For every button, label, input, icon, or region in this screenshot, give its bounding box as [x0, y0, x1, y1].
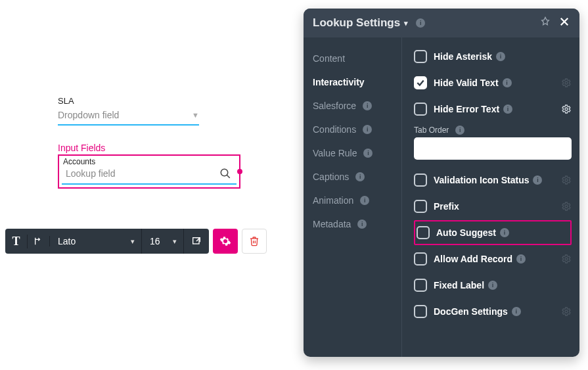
gear-icon[interactable]: [561, 78, 572, 88]
nav-salesforce[interactable]: Salesforce i: [313, 94, 401, 118]
text-style-button[interactable]: T: [5, 235, 28, 248]
prop-label: Allow Add Record: [434, 254, 512, 264]
nav-interactivity[interactable]: Interactivity: [313, 70, 401, 94]
svg-point-11: [565, 205, 568, 208]
chevron-down-icon: ▾: [173, 237, 177, 246]
info-icon[interactable]: i: [496, 52, 505, 61]
checkbox-hide-error-text[interactable]: [414, 103, 427, 116]
prop-label: Prefix: [434, 201, 459, 212]
info-icon[interactable]: i: [516, 254, 526, 264]
checkbox-prefix[interactable]: [414, 200, 427, 213]
panel-header: Lookup Settings ▾ i: [304, 9, 579, 37]
prop-validation-icon-status: Validation Icon Status i: [414, 168, 572, 193]
gear-icon[interactable]: [561, 104, 572, 114]
prop-label: Hide Error Text: [434, 104, 499, 114]
checkbox-fixed-label[interactable]: [414, 279, 427, 292]
tab-order-label: Tab Order i: [414, 126, 572, 135]
delete-button[interactable]: [242, 229, 267, 254]
nav-animation[interactable]: Animation i: [313, 189, 401, 212]
nav-label: Captions: [313, 172, 349, 182]
prop-label: DocGen Settings: [434, 306, 508, 317]
nav-label: Metadata: [313, 219, 351, 229]
checkbox-validation-icon-status[interactable]: [414, 173, 427, 187]
info-icon[interactable]: i: [416, 18, 425, 28]
svg-point-8: [565, 81, 568, 84]
svg-point-9: [565, 108, 568, 110]
close-button[interactable]: [558, 16, 570, 30]
pin-button[interactable]: [540, 16, 551, 30]
panel-nav: Content Interactivity Salesforce i Condi…: [304, 37, 402, 357]
search-icon[interactable]: [219, 168, 231, 179]
checkbox-hide-valid-text[interactable]: [414, 76, 427, 89]
info-icon: i: [363, 101, 372, 110]
align-left-icon: [34, 236, 44, 246]
settings-button[interactable]: [213, 229, 238, 254]
chevron-down-icon: ▾: [131, 237, 135, 246]
checkbox-allow-add-record[interactable]: [414, 252, 427, 266]
dropdown-placeholder: Dropdown field: [58, 110, 119, 120]
prop-hide-asterisk: Hide Asterisk i: [414, 44, 572, 69]
prop-docgen-settings: DocGen Settings i: [414, 299, 572, 324]
dropdown-field[interactable]: Dropdown field ▼: [58, 107, 199, 126]
prop-label: Validation Icon Status: [434, 175, 529, 185]
prop-label: Hide Asterisk: [434, 51, 492, 62]
caret-down-icon: ▼: [192, 111, 199, 119]
checkbox-hide-asterisk[interactable]: [414, 50, 427, 63]
gear-icon: [219, 235, 231, 247]
prop-hide-valid-text: Hide Valid Text i: [414, 70, 572, 95]
svg-point-13: [565, 310, 568, 313]
prop-label: Auto Suggest: [436, 227, 496, 238]
nav-label: Value Rule: [313, 148, 357, 158]
info-icon: i: [357, 220, 367, 229]
tab-order-input[interactable]: [414, 137, 572, 160]
lookup-settings-panel: Lookup Settings ▾ i Content Interactivit…: [304, 9, 579, 357]
checkbox-auto-suggest[interactable]: [417, 226, 430, 239]
lookup-placeholder: Lookup field: [66, 168, 116, 179]
gear-icon[interactable]: [561, 254, 572, 264]
lookup-field-block[interactable]: Accounts Lookup field: [58, 154, 240, 189]
info-icon[interactable]: i: [500, 228, 509, 237]
prop-prefix: Prefix: [414, 194, 572, 219]
info-icon[interactable]: i: [503, 104, 512, 114]
font-family-select[interactable]: Lato ▾: [50, 229, 142, 254]
info-icon: i: [363, 149, 373, 158]
gear-icon[interactable]: [561, 175, 572, 185]
nav-value-rule[interactable]: Value Rule i: [313, 141, 401, 165]
info-icon[interactable]: i: [455, 126, 464, 135]
trash-icon: [249, 236, 260, 246]
nav-content[interactable]: Content: [313, 47, 401, 70]
open-external-button[interactable]: [184, 236, 209, 246]
svg-point-10: [565, 179, 568, 181]
input-fields-header: Input Fields: [58, 143, 242, 153]
svg-point-0: [221, 169, 228, 176]
nav-label: Animation: [313, 195, 353, 206]
font-size-value: 16: [150, 236, 160, 246]
prop-hide-error-text: Hide Error Text i: [414, 97, 572, 122]
gear-icon[interactable]: [561, 201, 572, 212]
prop-label: Fixed Label: [434, 280, 484, 290]
tab-order-block: Tab Order i: [414, 126, 572, 160]
panel-body: Content Interactivity Salesforce i Condi…: [304, 37, 579, 357]
prop-fixed-label: Fixed Label i: [414, 273, 572, 298]
info-icon[interactable]: i: [488, 281, 497, 290]
svg-rect-4: [193, 238, 199, 244]
info-icon[interactable]: i: [512, 307, 521, 316]
nav-metadata[interactable]: Metadata i: [313, 212, 401, 236]
info-icon[interactable]: i: [503, 78, 512, 87]
nav-captions[interactable]: Captions i: [313, 165, 401, 189]
align-left-button[interactable]: [28, 236, 50, 246]
tab-order-label-text: Tab Order: [414, 126, 449, 135]
checkbox-docgen-settings[interactable]: [414, 305, 427, 318]
info-icon[interactable]: i: [533, 175, 542, 185]
toolbar-dark-group: T Lato ▾ 16 ▾: [5, 229, 209, 254]
prop-label: Hide Valid Text: [434, 78, 499, 88]
panel-title[interactable]: Lookup Settings ▾ i: [313, 16, 425, 30]
pin-icon: [540, 16, 551, 27]
form-canvas: SLA Dropdown field ▼ Input Fields Accoun…: [58, 96, 242, 189]
font-size-select[interactable]: 16 ▾: [142, 229, 184, 254]
gear-icon[interactable]: [561, 306, 572, 317]
panel-props: Hide Asterisk i Hide Valid Text i Hide E…: [402, 37, 579, 357]
close-icon: [558, 16, 570, 28]
nav-conditions[interactable]: Conditions i: [313, 118, 401, 141]
font-family-value: Lato: [58, 236, 76, 246]
